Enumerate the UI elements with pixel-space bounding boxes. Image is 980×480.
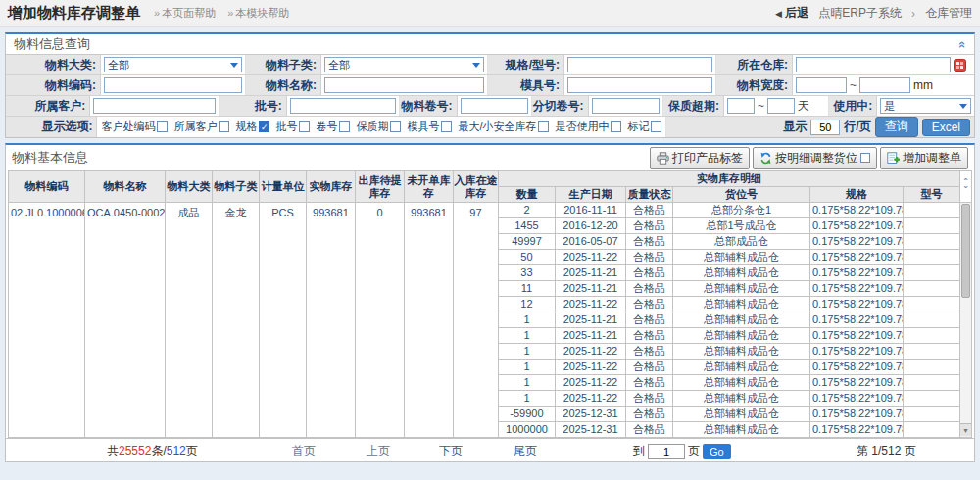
checkbox-icon[interactable] (219, 121, 229, 132)
first-page-link[interactable]: 首页 (292, 443, 316, 459)
display-option[interactable]: 卷号 (316, 120, 350, 134)
module-help-link[interactable]: »本模块帮助 (227, 6, 289, 21)
display-option[interactable]: 模具号 (407, 120, 452, 134)
checkbox-icon[interactable] (157, 121, 168, 132)
goto-page-input[interactable] (648, 444, 685, 459)
detail-cell: 合格品 (625, 328, 672, 344)
detail-cell: 0.175*58.22*109.78 (809, 375, 903, 391)
page-size-input[interactable] (810, 120, 840, 135)
detail-cell: 总部辅料成品仓 (672, 391, 809, 407)
detail-cell: 0.175*58.22*109.78 (809, 297, 903, 312)
code-input[interactable] (104, 77, 242, 93)
shelf-min-input[interactable] (727, 98, 755, 114)
goto-unit: 页 (688, 443, 700, 459)
per-page-label: 行/页 (844, 119, 870, 135)
display-option[interactable]: 最大/小安全库存 (458, 120, 549, 134)
checkbox-icon[interactable] (339, 121, 350, 132)
detail-scrollbar[interactable]: ▼ (960, 203, 972, 438)
display-option[interactable]: 保质期 (356, 120, 401, 134)
checkbox-icon[interactable] (611, 121, 621, 132)
column-header: 物料编码 (8, 171, 84, 203)
name-input[interactable] (324, 77, 484, 93)
width-min-input[interactable] (796, 77, 847, 93)
category-label: 物料大类: (6, 55, 101, 74)
checkbox-icon[interactable] (390, 121, 401, 132)
detail-cell: 1455 (498, 218, 555, 234)
checkbox-icon[interactable] (651, 121, 662, 132)
detail-cell: 1 (498, 375, 555, 391)
detail-cell: 合格品 (625, 407, 672, 422)
main-row-cell: 993681 (404, 203, 453, 438)
customer-input[interactable] (93, 98, 216, 114)
column-header: 物料大类 (165, 171, 212, 203)
excel-button[interactable]: Excel (922, 119, 970, 136)
breadcrumb-subsystem[interactable]: 点晴ERP子系统 (818, 5, 902, 22)
prev-page-link[interactable]: 上页 (367, 443, 390, 459)
warehouse-input[interactable] (796, 57, 951, 72)
adjust-by-detail-checkbox[interactable] (860, 153, 870, 163)
breadcrumb-separator-icon: › (911, 7, 915, 21)
mold-input[interactable] (567, 77, 712, 93)
detail-cell: 1 (498, 360, 555, 375)
checkbox-icon[interactable]: ✓ (259, 121, 270, 132)
add-adjustment-button[interactable]: 增加调整单 (880, 147, 968, 169)
table-body: 02.JL0.1000006OCA.0450-0002-A成品金龙PCS9936… (8, 203, 971, 438)
column-header: 实物库存 (306, 171, 355, 203)
spec-input[interactable] (567, 57, 712, 72)
detail-cell: 总部辅料成品仓 (672, 360, 809, 375)
detail-cell: 0.175*58.22*109.78 (809, 234, 903, 250)
detail-cell (903, 328, 959, 344)
detail-cell: 总部辅料成品仓 (672, 344, 809, 360)
display-option[interactable]: 批号 (275, 120, 310, 134)
roll-input[interactable] (461, 98, 528, 114)
slit-roll-input[interactable] (592, 98, 660, 114)
collapse-panel-icon[interactable]: « (956, 40, 970, 47)
main-row-cell: PCS (259, 203, 306, 438)
detail-collapse-control[interactable] (960, 171, 972, 203)
display-option[interactable]: 客户处编码 (101, 120, 168, 134)
print-labels-button[interactable]: 打印产品标签 (650, 147, 750, 169)
shelf-max-input[interactable] (767, 98, 795, 114)
display-option[interactable]: 规格✓ (235, 120, 270, 134)
detail-column-header: 货位号 (672, 187, 809, 203)
back-button[interactable]: ◀ 后退 (775, 5, 808, 22)
checkbox-icon[interactable] (538, 121, 549, 132)
column-header: 出库待提库存 (355, 171, 404, 203)
batch-input[interactable] (290, 98, 397, 114)
detail-cell: 总部辅料成品仓 (672, 297, 809, 312)
detail-cell: 合格品 (625, 391, 672, 407)
chevron-down-icon (960, 187, 971, 195)
detail-row: 02.JL0.1000006OCA.0450-0002-A成品金龙PCS9936… (8, 203, 971, 218)
shelf-unit: 天 (798, 98, 809, 115)
in-use-select[interactable]: 是 (880, 98, 971, 114)
detail-cell (903, 312, 959, 328)
detail-cell (903, 265, 959, 281)
page-help-link[interactable]: »本页面帮助 (154, 6, 216, 21)
code-label: 物料编码: (6, 75, 101, 95)
search-button[interactable]: 查询 (875, 117, 918, 137)
checkbox-icon[interactable] (299, 121, 310, 132)
adjust-by-detail-button[interactable]: 按明细调整货位 (753, 147, 877, 169)
scroll-down-arrow[interactable]: ▼ (960, 423, 971, 436)
next-page-link[interactable]: 下页 (439, 443, 463, 459)
slit-roll-label: 分切卷号: (532, 96, 589, 116)
breadcrumb-module[interactable]: 仓库管理 (925, 5, 972, 22)
display-option[interactable]: 所属客户 (173, 120, 229, 134)
detail-column-header: 数量 (498, 187, 555, 203)
detail-group-header: 实物库存明细 (498, 171, 959, 187)
category-select[interactable]: 全部 (104, 57, 242, 72)
range-separator: ~ (850, 78, 857, 92)
last-page-link[interactable]: 尾页 (514, 443, 537, 459)
go-button[interactable]: Go (703, 444, 731, 459)
detail-cell: 总部辅料成品仓 (672, 328, 809, 344)
detail-cell: 合格品 (625, 375, 672, 391)
scrollbar-thumb[interactable] (961, 204, 970, 298)
query-form: 物料大类: 全部 物料子类: 全部 规格/型号: 所在仓库: 物料编码: 物料名… (6, 54, 974, 137)
main-row-cell: 0 (355, 203, 404, 438)
display-option[interactable]: 标记 (627, 120, 662, 134)
subcategory-select[interactable]: 全部 (324, 57, 484, 72)
display-option[interactable]: 是否使用中 (555, 120, 621, 134)
warehouse-lookup-icon[interactable] (954, 59, 966, 72)
width-max-input[interactable] (859, 77, 910, 93)
checkbox-icon[interactable] (441, 121, 452, 132)
